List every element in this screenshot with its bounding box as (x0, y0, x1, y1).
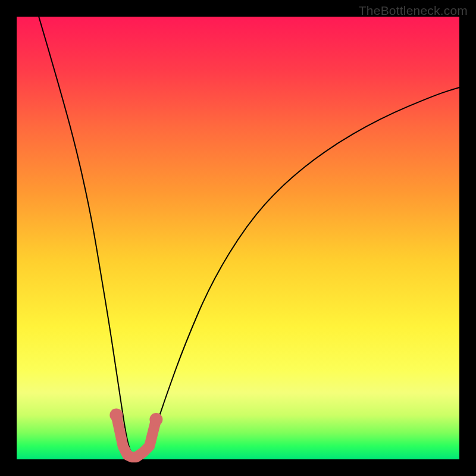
plot-area (17, 17, 459, 459)
chart-frame: TheBottleneck.com (0, 0, 476, 476)
bottleneck-curve (39, 17, 459, 456)
chart-svg (17, 17, 459, 459)
attribution-label: TheBottleneck.com (359, 4, 468, 18)
minimum-endpoint-dot (149, 413, 162, 426)
minimum-endpoint-dot (109, 409, 123, 422)
